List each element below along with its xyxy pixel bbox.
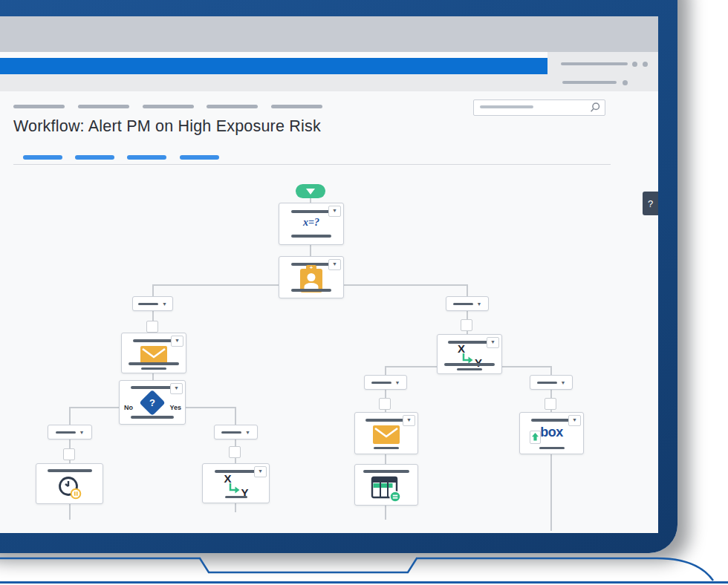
connector (235, 457, 236, 463)
help-button[interactable]: ? (643, 192, 658, 215)
condition-pill[interactable]: ▼ (214, 425, 258, 439)
caret-down-icon[interactable]: ▼ (568, 415, 581, 426)
page-title: Workflow: Alert PM on High Exposure Risk (13, 117, 321, 136)
decision-diamond-icon: ? (139, 390, 165, 416)
tab-placeholder[interactable] (75, 155, 114, 160)
connector (467, 284, 468, 296)
connector-handle[interactable] (229, 446, 241, 458)
decision-question-mark: ? (143, 393, 162, 412)
screen: Workflow: Alert PM on High Exposure Risk… (0, 16, 658, 533)
connector-handle[interactable] (461, 319, 472, 331)
menu-item-placeholder[interactable] (143, 105, 194, 108)
caret-down-icon[interactable]: ▼ (403, 415, 415, 426)
node-text-placeholder (374, 447, 399, 449)
tab-placeholder[interactable] (180, 155, 219, 160)
node-title-placeholder (215, 470, 258, 473)
connector (501, 366, 550, 367)
connector (69, 503, 71, 520)
caret-down-icon[interactable]: ▼ (245, 430, 250, 435)
connector (342, 284, 467, 286)
node-title-placeholder (531, 419, 573, 422)
caret-down-icon[interactable]: ▼ (254, 466, 267, 477)
condition-placeholder (138, 303, 158, 305)
node-formula[interactable]: x=? ▼ (279, 203, 344, 245)
node-text-placeholder (291, 289, 331, 292)
node-text-placeholder (225, 496, 247, 498)
menu-item-placeholder[interactable] (13, 105, 65, 108)
browser-title-bar (0, 16, 658, 52)
caret-down-icon[interactable]: ▼ (487, 337, 499, 348)
caret-down-icon[interactable]: ▼ (477, 301, 482, 307)
change-cell-icon: X Y (223, 474, 250, 497)
toolbar-dot-icon (643, 62, 648, 67)
node-text-placeholder (129, 362, 179, 365)
condition-pill[interactable]: ▼ (446, 296, 489, 311)
connector-handle[interactable] (146, 321, 158, 333)
connector (385, 504, 386, 520)
header-divider (13, 164, 611, 165)
connector (550, 453, 552, 531)
laptop-mockup: Workflow: Alert PM on High Exposure Risk… (0, 0, 728, 585)
condition-placeholder (453, 303, 473, 305)
condition-placeholder (56, 431, 76, 434)
start-node[interactable] (296, 184, 325, 198)
node-contact[interactable]: + ▼ (279, 256, 344, 298)
caret-down-icon[interactable]: ▼ (328, 259, 341, 270)
connector (385, 366, 386, 375)
condition-pill[interactable]: ▼ (48, 425, 92, 439)
app-nav-bar (0, 58, 547, 74)
caret-down-icon[interactable]: ▼ (170, 383, 183, 394)
caret-down-icon[interactable]: ▼ (328, 206, 341, 217)
branch-label-no: No (124, 404, 133, 411)
connector (152, 310, 154, 321)
node-change-cell-left[interactable]: X Y ▼ (202, 463, 270, 503)
toolbar-placeholder-line (561, 62, 628, 65)
connector-handle[interactable] (379, 398, 391, 410)
condition-placeholder (537, 382, 557, 384)
caret-down-icon[interactable]: ▼ (171, 336, 183, 347)
node-delay[interactable] (36, 463, 103, 504)
connector (152, 284, 154, 296)
node-box[interactable]: box ▼ (519, 412, 584, 454)
search-icon[interactable] (589, 102, 601, 114)
formula-icon: x=? (279, 217, 343, 229)
connector (385, 453, 386, 464)
node-email-left[interactable]: ▼ (121, 333, 186, 373)
node-title-placeholder (448, 341, 491, 344)
node-change-cell-right[interactable]: X Y ▼ (437, 334, 502, 374)
tab-placeholder[interactable] (23, 155, 62, 160)
caret-down-icon[interactable]: ▼ (162, 301, 167, 307)
badge-clip: + (306, 265, 316, 270)
node-email-mid[interactable]: ▼ (354, 412, 418, 454)
header-strip (0, 52, 547, 58)
node-row-grid[interactable] (354, 464, 418, 506)
node-title-placeholder (131, 386, 174, 389)
node-decision[interactable]: ? No Yes ▼ (119, 380, 186, 425)
menu-item-placeholder[interactable] (207, 105, 258, 108)
menu-item-placeholder[interactable] (78, 105, 129, 108)
connector (385, 366, 437, 367)
condition-pill[interactable]: ▼ (132, 296, 173, 311)
condition-pill[interactable]: ▼ (364, 375, 407, 390)
condition-pill[interactable]: ▼ (530, 375, 573, 390)
connector (235, 502, 236, 512)
node-title-placeholder (48, 469, 92, 472)
node-text-placeholder (141, 367, 166, 370)
person-head (308, 273, 316, 281)
subbar-dot-icon (623, 80, 628, 85)
caret-down-icon[interactable]: ▼ (395, 380, 400, 385)
branch-label-yes: Yes (169, 404, 181, 411)
node-text-placeholder (539, 447, 565, 449)
search-placeholder-line (480, 105, 533, 108)
menu-item-placeholder[interactable] (271, 105, 322, 108)
caret-down-icon[interactable]: ▼ (561, 380, 566, 385)
tab-placeholder[interactable] (127, 155, 166, 160)
grid-rows-icon (371, 476, 402, 503)
envelope-icon (373, 425, 400, 444)
search-input[interactable] (473, 99, 605, 116)
connector-handle[interactable] (63, 448, 75, 460)
connector (69, 407, 71, 425)
caret-down-icon[interactable]: ▼ (79, 430, 85, 435)
connector-handle[interactable] (545, 398, 556, 410)
node-title-placeholder (133, 339, 175, 342)
